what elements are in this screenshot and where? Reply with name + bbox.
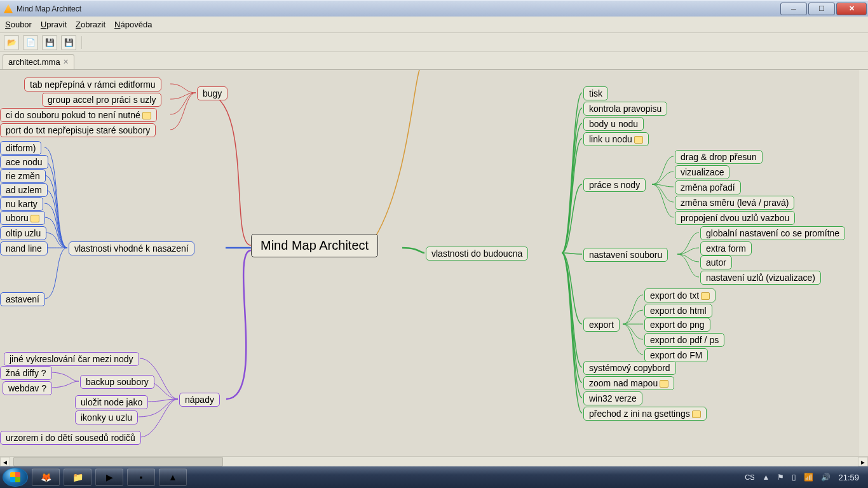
- node-f5[interactable]: systémový copybord: [583, 361, 676, 375]
- new-button[interactable]: 📄: [23, 35, 38, 50]
- node-v6[interactable]: uboru: [0, 211, 45, 225]
- tray-up-icon[interactable]: ▲: [763, 473, 770, 482]
- node-bug1[interactable]: tab nepřepíná v rámci editformu: [24, 78, 161, 92]
- taskbar: 🦊 📁 ▶ ▪ ▲ CS ▲ ⚑ ▯ 📶 🔊 21:59: [0, 466, 868, 488]
- node-export[interactable]: export: [583, 318, 620, 332]
- menubar: Soubor Upravit Zobrazit Nápověda: [0, 17, 868, 33]
- tabbar: architect.mma ✕: [0, 52, 868, 70]
- node-f6[interactable]: zoom nad mapou: [583, 376, 674, 390]
- node-n7[interactable]: urzorem i do dětí sousedů rodičů: [0, 431, 141, 445]
- node-ns4[interactable]: nastavení uzlů (vizualizace): [700, 271, 821, 285]
- node-e5[interactable]: export do FM: [644, 348, 708, 362]
- node-ns3[interactable]: autor: [700, 255, 732, 269]
- note-icon: [692, 410, 701, 418]
- scroll-left-icon[interactable]: ◄: [0, 457, 10, 466]
- menu-help[interactable]: Nápověda: [114, 20, 152, 29]
- node-bug2[interactable]: group accel pro práci s uzly: [42, 93, 161, 107]
- node-ns2[interactable]: extra form: [700, 241, 752, 255]
- node-ns1[interactable]: globalní nastavení co se promítne: [700, 226, 845, 240]
- language-indicator[interactable]: CS: [745, 473, 754, 481]
- window-controls: ─ ☐ ✕: [780, 3, 868, 15]
- node-v1[interactable]: ditform): [0, 141, 41, 155]
- task-firefox[interactable]: 🦊: [32, 468, 60, 486]
- open-button[interactable]: 📂: [4, 35, 19, 50]
- note-icon: [701, 292, 710, 300]
- node-n3[interactable]: webdav ?: [3, 381, 52, 395]
- node-n2[interactable]: žná diffy ?: [0, 366, 52, 380]
- node-p2[interactable]: vizualizace: [675, 165, 729, 179]
- node-v2[interactable]: ace nodu: [0, 155, 48, 169]
- node-f4[interactable]: link u nodu: [583, 132, 649, 146]
- start-button[interactable]: [3, 468, 28, 487]
- node-napady[interactable]: nápady: [179, 393, 220, 407]
- titlebar: Mind Map Architect ─ ☐ ✕: [0, 0, 868, 17]
- task-terminal[interactable]: ▪: [127, 468, 155, 486]
- node-n6[interactable]: ikonky u uzlu: [75, 410, 138, 424]
- volume-icon[interactable]: 🔊: [821, 473, 831, 482]
- node-f3[interactable]: body u nodu: [583, 117, 644, 131]
- minimize-button[interactable]: ─: [780, 3, 807, 15]
- node-bugy[interactable]: bugy: [197, 86, 227, 100]
- menu-view[interactable]: Zobrazit: [76, 20, 105, 29]
- node-prace[interactable]: práce s nody: [583, 178, 646, 192]
- node-e3[interactable]: export do png: [644, 318, 710, 332]
- node-v7[interactable]: oltip uzlu: [0, 226, 46, 240]
- window-title: Mind Map Architect: [17, 4, 81, 13]
- mindmap-canvas[interactable]: Mind Map Architect bugy tab nepřepíná v …: [0, 70, 868, 477]
- wifi-icon[interactable]: 📶: [804, 473, 813, 482]
- note-icon: [660, 380, 668, 388]
- tab-label: architect.mma: [8, 57, 60, 67]
- node-f8[interactable]: přechod z ini na gsettings: [583, 407, 707, 421]
- toolbar: 📂 📄 💾 💾: [0, 33, 868, 52]
- node-p1[interactable]: drag & drop přesun: [675, 150, 763, 164]
- node-root[interactable]: Mind Map Architect: [251, 234, 378, 257]
- menu-edit[interactable]: Upravit: [41, 20, 67, 29]
- task-explorer[interactable]: 📁: [64, 468, 92, 486]
- node-f7[interactable]: win32 verze: [583, 391, 642, 405]
- toolbar-separator: [81, 36, 82, 49]
- node-p3[interactable]: změna pořadí: [675, 180, 741, 194]
- node-p4[interactable]: změna směru (levá / pravá): [675, 196, 794, 210]
- app-icon: [4, 4, 13, 13]
- task-app[interactable]: ▲: [159, 468, 187, 486]
- tab-close-icon[interactable]: ✕: [63, 58, 69, 66]
- note-icon: [142, 112, 151, 119]
- node-v5[interactable]: nu karty: [0, 197, 43, 211]
- note-icon: [634, 136, 643, 144]
- node-nast[interactable]: nastavení souboru: [583, 248, 668, 262]
- node-vlast[interactable]: vlastnosti vhodné k nasazení: [69, 241, 194, 255]
- node-v3[interactable]: rie změn: [0, 169, 46, 183]
- scroll-thumb[interactable]: [13, 457, 223, 466]
- node-v9[interactable]: astavení: [0, 292, 45, 306]
- note-icon: [31, 215, 39, 222]
- menu-file[interactable]: Soubor: [5, 20, 32, 29]
- node-e4[interactable]: export do pdf / ps: [644, 333, 724, 347]
- node-bug4[interactable]: port do txt nepřepisuje staré soubory: [0, 123, 156, 137]
- maximize-button[interactable]: ☐: [808, 3, 835, 15]
- save-button[interactable]: 💾: [42, 35, 57, 50]
- task-media[interactable]: ▶: [95, 468, 123, 486]
- battery-icon[interactable]: ▯: [792, 473, 796, 482]
- scroll-right-icon[interactable]: ►: [858, 457, 868, 466]
- node-e1[interactable]: export do txt: [644, 288, 715, 302]
- system-tray: CS ▲ ⚑ ▯ 📶 🔊 21:59: [745, 473, 865, 482]
- node-f2[interactable]: kontrola pravopisu: [583, 102, 667, 116]
- horizontal-scrollbar[interactable]: ◄ ►: [0, 456, 868, 466]
- node-f1[interactable]: tisk: [583, 86, 608, 100]
- node-v8[interactable]: nand line: [0, 241, 48, 255]
- node-n1[interactable]: jiné vykreslování čar mezi nody: [4, 352, 139, 366]
- flag-icon[interactable]: ⚑: [777, 473, 784, 482]
- clock[interactable]: 21:59: [838, 473, 859, 482]
- vertical-scrollbar[interactable]: [859, 70, 868, 456]
- node-n5[interactable]: uložit node jako: [75, 395, 148, 409]
- document-tab[interactable]: architect.mma ✕: [3, 54, 74, 69]
- save-as-button[interactable]: 💾: [61, 35, 76, 50]
- close-button[interactable]: ✕: [836, 3, 867, 15]
- node-bug3[interactable]: ci do souboru pokud to není nutné: [0, 108, 157, 122]
- node-future[interactable]: vlastnosti do budoucna: [426, 247, 528, 261]
- node-p5[interactable]: propojení dvou uzlů vazbou: [675, 211, 795, 225]
- node-e2[interactable]: export do html: [644, 304, 712, 318]
- node-n4[interactable]: backup soubory: [80, 375, 154, 389]
- node-v4[interactable]: ad uzlem: [0, 183, 48, 197]
